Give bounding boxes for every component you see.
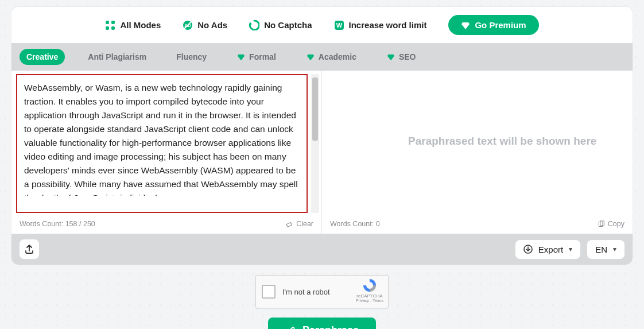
eraser-icon — [286, 220, 293, 228]
paraphrase-button[interactable]: Paraphrase — [268, 318, 376, 329]
clear-button[interactable]: Clear — [286, 220, 313, 228]
paraphrase-icon — [285, 325, 297, 330]
copy-icon — [598, 220, 605, 228]
svg-marker-10 — [461, 22, 470, 29]
word-limit-icon: W — [334, 20, 344, 30]
bottom-bar: Export ▾ EN ▾ — [11, 234, 633, 265]
svg-rect-3 — [111, 26, 115, 30]
svg-text:W: W — [336, 22, 342, 29]
lang-label: EN — [595, 245, 607, 254]
grid-icon — [105, 20, 115, 30]
meta-row: Words Count: 158 / 250 Clear Words Count… — [11, 216, 633, 234]
mode-tabs: Creative Anti Plagiarism Fluency Formal … — [11, 43, 633, 71]
svg-marker-11 — [238, 55, 245, 61]
svg-rect-1 — [111, 21, 115, 24]
tab-label: SEO — [399, 52, 416, 61]
upload-button[interactable] — [20, 239, 39, 259]
feature-all-modes: All Modes — [105, 20, 161, 30]
recaptcha-checkbox[interactable] — [262, 285, 276, 299]
diamond-icon — [236, 52, 246, 61]
tab-label: Fluency — [176, 52, 207, 61]
feature-label: Increase word limit — [349, 20, 427, 30]
output-pane: Paraphrased text will be shown here — [322, 71, 633, 216]
svg-marker-13 — [387, 55, 394, 61]
output-meta: Words Count: 0 Copy — [322, 216, 633, 234]
scrollbar[interactable] — [311, 74, 319, 213]
svg-rect-14 — [286, 222, 292, 227]
feature-no-captcha: No Captcha — [249, 20, 312, 30]
input-textarea[interactable]: WebAssembly, or Wasm, is a new web techn… — [16, 74, 308, 213]
tab-academic[interactable]: Academic — [299, 49, 363, 65]
topbar: All Modes AD No Ads No Captcha W Increas… — [11, 7, 633, 43]
copy-label: Copy — [608, 220, 624, 228]
upload-icon — [24, 244, 34, 254]
no-ads-icon: AD — [183, 20, 193, 30]
tab-label: Academic — [319, 52, 356, 61]
input-pane: WebAssembly, or Wasm, is a new web techn… — [11, 71, 322, 216]
svg-marker-7 — [250, 22, 252, 25]
language-dropdown[interactable]: EN ▾ — [587, 240, 624, 259]
input-word-count: Words Count: 158 / 250 — [20, 220, 95, 228]
paraphrase-label: Paraphrase — [302, 324, 359, 329]
chevron-down-icon: ▾ — [613, 245, 616, 253]
export-label: Export — [538, 245, 563, 254]
svg-rect-2 — [106, 26, 109, 30]
clear-label: Clear — [296, 220, 313, 228]
diamond-icon — [306, 52, 315, 61]
chevron-down-icon: ▾ — [569, 245, 572, 253]
input-text: WebAssembly, or Wasm, is a new web techn… — [24, 81, 300, 196]
feature-label: No Captcha — [264, 20, 312, 30]
tab-label: Formal — [249, 52, 276, 61]
recaptcha-widget[interactable]: I'm not a robot reCAPTCHA Privacy - Term… — [255, 275, 389, 308]
go-premium-button[interactable]: Go Premium — [448, 15, 538, 35]
feature-word-limit: W Increase word limit — [334, 20, 427, 30]
svg-marker-12 — [307, 55, 314, 61]
svg-rect-0 — [106, 21, 109, 24]
output-placeholder: Paraphrased text will be shown here — [408, 134, 610, 149]
diamond-icon — [386, 52, 395, 61]
app-card: All Modes AD No Ads No Captcha W Increas… — [11, 7, 633, 265]
premium-label: Go Premium — [475, 20, 526, 30]
feature-no-ads: AD No Ads — [183, 20, 227, 30]
no-captcha-icon — [249, 20, 259, 30]
download-icon — [523, 245, 533, 254]
diamond-icon — [461, 21, 470, 30]
tab-formal[interactable]: Formal — [230, 49, 283, 65]
right-controls: Export ▾ EN ▾ — [515, 240, 624, 259]
tab-seo[interactable]: SEO — [379, 49, 423, 65]
feature-label: No Ads — [197, 20, 227, 30]
tab-anti-plagiarism[interactable]: Anti Plagiarism — [81, 49, 153, 65]
editor-panes: WebAssembly, or Wasm, is a new web techn… — [11, 71, 633, 216]
recaptcha-logo: reCAPTCHA Privacy - Terms — [356, 278, 383, 303]
tab-label: Creative — [26, 52, 58, 61]
tab-label: Anti Plagiarism — [88, 52, 146, 61]
tab-creative[interactable]: Creative — [20, 49, 65, 65]
input-meta: Words Count: 158 / 250 Clear — [11, 216, 322, 234]
recaptcha-small: Privacy - Terms — [356, 299, 383, 303]
recaptcha-brand: reCAPTCHA — [356, 293, 382, 299]
output-word-count: Words Count: 0 — [330, 220, 380, 228]
copy-button[interactable]: Copy — [598, 220, 624, 228]
feature-label: All Modes — [120, 20, 161, 30]
export-dropdown[interactable]: Export ▾ — [515, 240, 580, 259]
tab-fluency[interactable]: Fluency — [169, 49, 214, 65]
recaptcha-label: I'm not a robot — [282, 288, 330, 296]
